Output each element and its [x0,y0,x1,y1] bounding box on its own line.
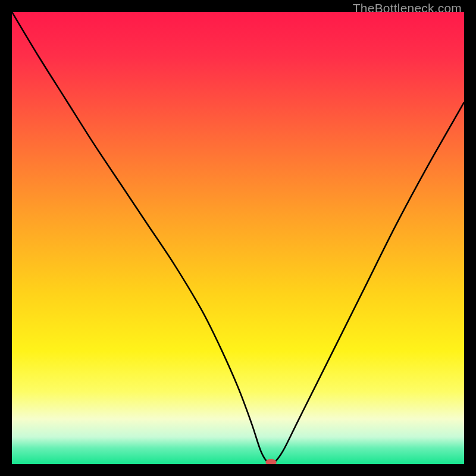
chart-svg [12,12,464,464]
chart-frame: TheBottleneck.com [0,0,476,476]
gradient-background [12,12,464,464]
plot-area [12,12,464,464]
